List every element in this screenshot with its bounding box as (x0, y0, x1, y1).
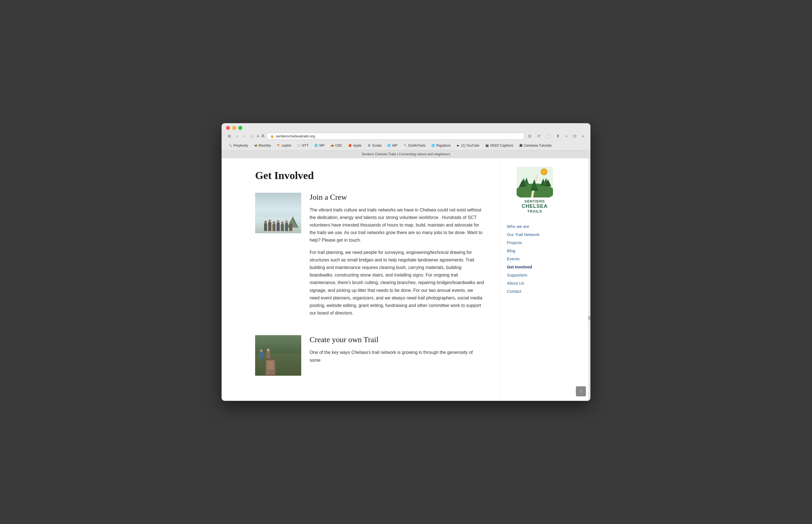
bookmark-scotia[interactable]: 🏦 Scotia (365, 143, 384, 148)
site-logo: SENTIERS CHELSEA TRAILS (511, 166, 558, 214)
sidebar-item-who-we-are[interactable]: Who we are (507, 222, 563, 230)
home-button[interactable]: ⌂ (249, 133, 254, 139)
font-small-button[interactable]: A (257, 134, 259, 138)
crew-bg (255, 193, 301, 233)
goblintools-icon: 🔧 (403, 144, 407, 147)
bookmark-label: copilot (282, 144, 291, 147)
tab-title-bar: Sentiers Chelsea Trails | Connecting nat… (222, 150, 590, 158)
bookmark-label: Perplexity (233, 144, 248, 147)
join-crew-para-1: The vibrant trails culture and trails ne… (310, 206, 484, 244)
minimize-button[interactable] (232, 126, 236, 130)
font-large-button[interactable]: A (261, 133, 264, 138)
close-button[interactable] (226, 126, 230, 130)
wp2-icon: 🌐 (387, 144, 391, 147)
bookmark-label: Apple (353, 144, 361, 147)
svg-point-9 (542, 169, 546, 174)
wp-icon: 🌐 (314, 144, 318, 147)
sidebar-button[interactable]: ⊡ (571, 133, 578, 139)
bookmark-nyt[interactable]: 📰 NYT (294, 143, 311, 148)
create-trail-body: Create your own Trail One of the key way… (310, 335, 484, 368)
bookmark-label: Scotia (372, 144, 381, 147)
rigadoon-icon: 🌐 (431, 144, 435, 147)
sidebar-item-trail-network[interactable]: Our Trail Network (507, 230, 563, 239)
maximize-button[interactable] (238, 126, 242, 130)
bookmark-apple[interactable]: 🍎 Apple (346, 143, 364, 148)
bookmark-bluesky[interactable]: 🦋 BlueSky (251, 143, 273, 148)
bookmark-wp1[interactable]: 🌐 WP (312, 143, 327, 148)
bookmark-label: Camtasia Tutorials (524, 144, 552, 147)
scroll-top-button[interactable]: ↑ (576, 386, 586, 396)
bookmark-label: (1) YouTube (461, 144, 480, 147)
crew-image (255, 193, 301, 233)
section-create-trail: Create your own Trail One of the key way… (255, 335, 484, 376)
bookmark-label: Rigadoon (436, 144, 451, 147)
lock-icon: 🔒 (270, 134, 274, 138)
sidebar-item-projects[interactable]: Projects (507, 239, 563, 247)
bookmark-label: NYT (302, 144, 308, 147)
bookmark-youtube[interactable]: ▶ (1) YouTube (454, 143, 482, 148)
scrollbar-thumb[interactable] (588, 316, 590, 320)
bookmark-label: WP (392, 144, 397, 147)
veed-icon: 🎬 (485, 144, 489, 147)
sidebar-item-get-involved[interactable]: Get Involved (507, 263, 563, 271)
reader-view-button[interactable]: ⊟ (526, 133, 533, 139)
logo-trails-text: TRAILS (522, 209, 548, 213)
history-button[interactable]: 🕐 (544, 133, 552, 139)
perplexity-icon: 🔍 (228, 144, 232, 147)
traffic-lights (226, 126, 586, 130)
more-button[interactable]: » (580, 133, 586, 139)
reload-button[interactable]: ↺ (535, 133, 542, 139)
trail-image (255, 335, 301, 376)
bookmark-cbc[interactable]: 📻 CBC (328, 143, 344, 148)
bookmark-camtasia[interactable]: 🎥 Camtasia Tutorials (517, 143, 554, 148)
tab-title: Sentiers Chelsea Trails | Connecting nat… (361, 152, 450, 156)
bookmark-rigadoon[interactable]: 🌐 Rigadoon (429, 143, 453, 148)
sidebar-item-blog[interactable]: Blog (507, 247, 563, 255)
sidebar-item-supporters[interactable]: Supporters (507, 271, 563, 279)
logo-graphic (517, 167, 553, 197)
sidebar: SENTIERS CHELSEA TRAILS Who we are Our T… (501, 158, 568, 401)
apple-icon: 🍎 (348, 144, 352, 147)
bookmark-copilot[interactable]: 🪁 copilot (274, 143, 294, 148)
bookmark-label: VEED Captions (490, 144, 513, 147)
sidebar-toggle-button[interactable]: ⊞ (226, 133, 233, 139)
bookmark-veed[interactable]: 🎬 VEED Captions (483, 143, 516, 148)
browser-window: ⊞ ‹ › ⌂ A A 🔒 sentierschelseatrails.org … (222, 123, 590, 401)
share-button[interactable]: ⬆ (555, 133, 562, 139)
sidebar-nav: Who we are Our Trail Network Projects Bl… (507, 222, 563, 295)
title-bar: ⊞ ‹ › ⌂ A A 🔒 sentierschelseatrails.org … (222, 123, 590, 150)
snow-tree-icon (287, 216, 298, 228)
page-content: Get Involved (222, 158, 590, 401)
join-crew-para-2: For trail planning, we need people for s… (310, 249, 484, 317)
new-tab-button[interactable]: + (564, 133, 569, 139)
address-bar[interactable]: 🔒 sentierschelseatrails.org (266, 133, 524, 140)
section-join-crew: Join a Crew The vibrant trails culture a… (255, 193, 484, 322)
logo-svg (517, 167, 553, 197)
join-crew-title: Join a Crew (310, 193, 484, 202)
bookmark-label: GoblinTools (408, 144, 426, 147)
youtube-icon: ▶ (456, 144, 460, 147)
create-trail-title: Create your own Trail (310, 335, 484, 344)
page-wrapper: Get Involved (222, 158, 590, 401)
create-trail-para-1: One of the key ways Chelsea's trail netw… (310, 348, 484, 364)
bookmark-perplexity[interactable]: 🔍 Perplexity (226, 143, 250, 148)
bookmarks-bar: 🔍 Perplexity 🦋 BlueSky 🪁 copilot 📰 NYT 🌐… (226, 142, 586, 150)
sidebar-item-about-us[interactable]: About Us (507, 279, 563, 287)
camtasia-icon: 🎥 (519, 144, 523, 147)
cbc-icon: 📻 (330, 144, 334, 147)
join-crew-body: Join a Crew The vibrant trails culture a… (310, 193, 484, 322)
bluesky-icon: 🦋 (254, 144, 258, 147)
sidebar-item-events[interactable]: Events (507, 255, 563, 263)
bookmark-label: CBC (335, 144, 342, 147)
back-button[interactable]: ‹ (235, 133, 240, 139)
main-content: Get Involved (222, 158, 501, 401)
bookmark-wp2[interactable]: 🌐 WP (385, 143, 400, 148)
logo-text-block: SENTIERS CHELSEA TRAILS (522, 199, 548, 213)
scotia-icon: 🏦 (367, 144, 371, 147)
sidebar-item-contact[interactable]: Contact (507, 287, 563, 295)
forward-button[interactable]: › (242, 133, 247, 139)
scrollbar[interactable] (588, 158, 590, 401)
logo-sentiers-text: SENTIERS (522, 199, 548, 203)
bookmark-goblintools[interactable]: 🔧 GoblinTools (401, 143, 428, 148)
nyt-icon: 📰 (297, 144, 301, 147)
